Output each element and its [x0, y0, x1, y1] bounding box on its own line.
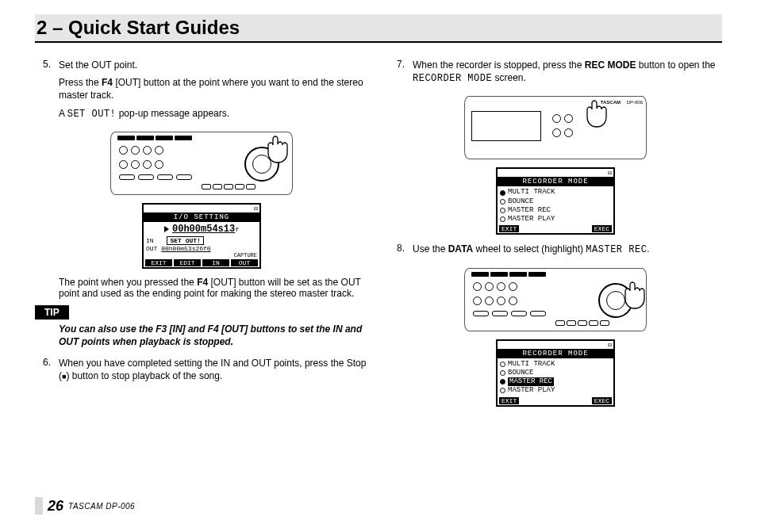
- lcd-time: 00h00m54s13: [172, 224, 235, 235]
- lcd-io-setting: ⧈ I/O SETTING 00h00m54s13 f IN SET OUT! …: [142, 203, 261, 269]
- step-6: 6. When you have completed setting the I…: [35, 357, 368, 387]
- step5-line1: Set the OUT point.: [59, 59, 368, 71]
- right-column: 7. When the recorder is stopped, press t…: [389, 59, 722, 477]
- device-illustration-jog: [464, 268, 647, 331]
- step5-line2: Press the F4 [OUT] button at the point w…: [59, 76, 368, 101]
- page-footer: 26 TASCAM DP-006: [35, 497, 135, 515]
- tip-body: You can also use the F3 [IN] and F4 [OUT…: [35, 323, 368, 348]
- tip-label: TIP: [35, 305, 69, 320]
- step-number: 8.: [389, 243, 413, 261]
- step5-footnote: The point when you pressed the F4 [OUT] …: [35, 277, 368, 299]
- hand-pointer-icon: [576, 92, 619, 128]
- page-header-rule: [35, 41, 722, 43]
- page-title: 2 – Quick Start Guides: [35, 14, 240, 41]
- step5-line3: A SET OUT! pop-up message appears.: [59, 107, 368, 121]
- lcd-popup: SET OUT!: [167, 236, 203, 245]
- hand-pointer-icon: [614, 274, 657, 310]
- step-number: 7.: [389, 59, 413, 90]
- step-number: 5.: [35, 59, 59, 125]
- step-5: 5. Set the OUT point. Press the F4 [OUT]…: [35, 59, 368, 125]
- step-8: 8. Use the DATA wheel to select (highlig…: [389, 243, 722, 261]
- lcd-title: RECORDER MODE: [498, 177, 613, 186]
- page-header-bar: 2 – Quick Start Guides: [35, 14, 722, 41]
- step-number: 6.: [35, 357, 59, 387]
- lcd-title: RECORDER MODE: [498, 349, 613, 358]
- page-number: 26: [48, 498, 63, 515]
- product-name: TASCAM DP-006: [68, 502, 135, 511]
- step-7: 7. When the recorder is stopped, press t…: [389, 59, 722, 90]
- left-column: 5. Set the OUT point. Press the F4 [OUT]…: [35, 59, 368, 477]
- device-illustration-screen: TASCAM DP-006: [464, 96, 647, 159]
- footer-tab-icon: [35, 497, 43, 515]
- lcd-title: I/O SETTING: [144, 212, 259, 222]
- lcd-recorder-mode-1: ⧈ RECORDER MODE MULTI TRACK BOUNCE MASTE…: [496, 167, 615, 235]
- play-icon: [164, 226, 169, 232]
- model-label: DP-006: [627, 100, 643, 105]
- device-illustration-jog: [110, 132, 293, 195]
- hand-pointer-icon: [257, 128, 300, 164]
- lcd-recorder-mode-2: ⧈ RECORDER MODE MULTI TRACK BOUNCE MASTE…: [496, 339, 615, 407]
